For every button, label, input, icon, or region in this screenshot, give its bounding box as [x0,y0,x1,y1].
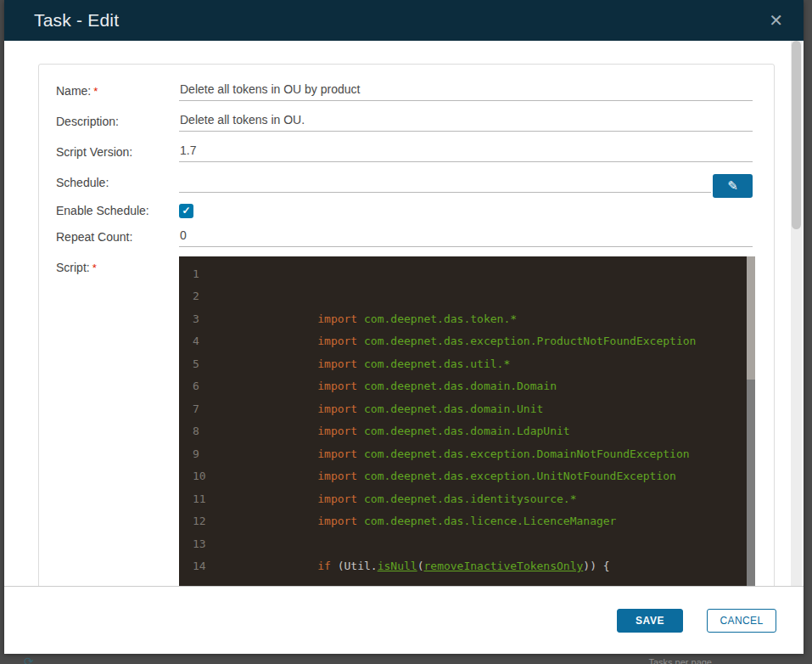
code-line: 13 [179,532,755,555]
editor-scrollbar[interactable] [747,256,755,586]
code-line: 14 if (Util.isNull(removeInactiveTokensO… [179,555,755,578]
line-number: 8 [179,425,211,437]
code-line: 3 import com.deepnet.das.token.* [179,307,755,330]
dialog-body: Name:* Description: Script Version: Sche… [4,41,804,586]
save-button[interactable]: SAVE [617,609,683,633]
code-line: 4 import com.deepnet.das.exception.Produ… [179,330,755,353]
name-label: Name:* [56,80,179,100]
code-text: import com.deepnet.das.exception.DomainN… [211,447,755,460]
enable-schedule-checkbox[interactable]: ✓ [179,204,193,218]
description-label: Description: [56,110,179,130]
script-editor-lines: 123 import com.deepnet.das.token.*4 impo… [179,256,755,577]
code-line: 11 import com.deepnet.das.identitysource… [179,487,755,510]
editor-scrollbar-thumb[interactable] [747,256,755,380]
code-text: import com.deepnet.das.identitysource.* [211,492,755,505]
code-line: 10 import com.deepnet.das.exception.Unit… [179,465,755,488]
description-input[interactable] [179,110,753,132]
enable-schedule-row: Enable Schedule: ✓ [56,202,753,219]
code-line: 7 import com.deepnet.das.domain.Unit [179,397,755,420]
enable-schedule-label: Enable Schedule: [56,202,179,219]
line-number: 10 [179,470,211,482]
cancel-button[interactable]: CANCEL [707,609,776,633]
description-row: Description: [56,110,753,132]
code-line: 9 import com.deepnet.das.exception.Domai… [179,442,755,465]
close-icon[interactable]: ✕ [764,10,788,31]
code-text: import com.deepnet.das.domain.Domain [211,380,755,392]
task-edit-dialog: Task - Edit ✕ Name:* Description: Script… [4,0,804,654]
code-line: 1 [179,262,755,285]
schedule-label: Schedule: [56,172,179,191]
required-marker: * [93,85,98,98]
code-text: import com.deepnet.das.exception.UnitNot… [211,470,755,482]
name-row: Name:* [56,80,753,101]
script-row: Script:* 123 import com.deepnet.das.toke… [56,256,753,586]
dialog-footer: SAVE CANCEL [4,586,804,654]
task-form-card: Name:* Description: Script Version: Sche… [38,64,775,586]
line-number: 2 [179,290,211,302]
schedule-row: Schedule: ✎ [56,172,753,193]
dialog-title: Task - Edit [34,10,119,31]
dialog-scrollbar[interactable] [791,41,802,586]
line-number: 9 [179,447,211,460]
line-number: 1 [179,267,211,280]
line-number: 14 [179,560,211,572]
code-line: 2 [179,285,755,308]
name-input[interactable] [179,80,753,101]
code-text: import com.deepnet.das.token.* [211,312,755,325]
code-text: import com.deepnet.das.licence.LicenceMa… [211,515,755,527]
repeat-count-row: Repeat Count: [56,226,753,247]
script-code-editor[interactable]: 123 import com.deepnet.das.token.*4 impo… [179,256,755,586]
script-version-input[interactable] [179,141,753,162]
script-version-label: Script Version: [56,141,179,160]
script-version-row: Script Version: [56,141,753,162]
line-number: 5 [179,357,211,370]
line-number: 11 [179,492,211,505]
dialog-scrollbar-thumb[interactable] [792,41,801,229]
line-number: 3 [179,312,211,325]
line-number: 6 [179,380,211,392]
page-backdrop: ⟳ Tasks per page [0,654,812,664]
code-text: import com.deepnet.das.exception.Product… [211,335,755,347]
code-line: 8 import com.deepnet.das.domain.LdapUnit [179,420,755,443]
edit-schedule-button[interactable]: ✎ [713,174,753,198]
dialog-header: Task - Edit ✕ [4,0,804,41]
tasks-per-page-label: Tasks per page [648,657,712,664]
code-text: import com.deepnet.das.util.* [211,357,755,370]
pencil-icon: ✎ [727,178,738,194]
code-text: import com.deepnet.das.domain.Unit [211,402,755,415]
script-label: Script:* [56,256,179,277]
repeat-count-input[interactable] [179,226,753,247]
line-number: 7 [179,402,211,415]
code-line: 6 import com.deepnet.das.domain.Domain [179,375,755,398]
refresh-icon: ⟳ [24,656,34,664]
line-number: 12 [179,515,211,527]
required-marker: * [92,262,97,274]
line-number: 4 [179,335,211,347]
code-line: 5 import com.deepnet.das.util.* [179,352,755,375]
repeat-count-label: Repeat Count: [56,226,179,245]
schedule-input[interactable] [179,172,711,193]
code-text: import com.deepnet.das.domain.LdapUnit [211,425,755,437]
code-text: if (Util.isNull(removeInactiveTokensOnly… [211,560,755,572]
code-line: 12 import com.deepnet.das.licence.Licenc… [179,510,755,533]
line-number: 13 [179,537,211,550]
